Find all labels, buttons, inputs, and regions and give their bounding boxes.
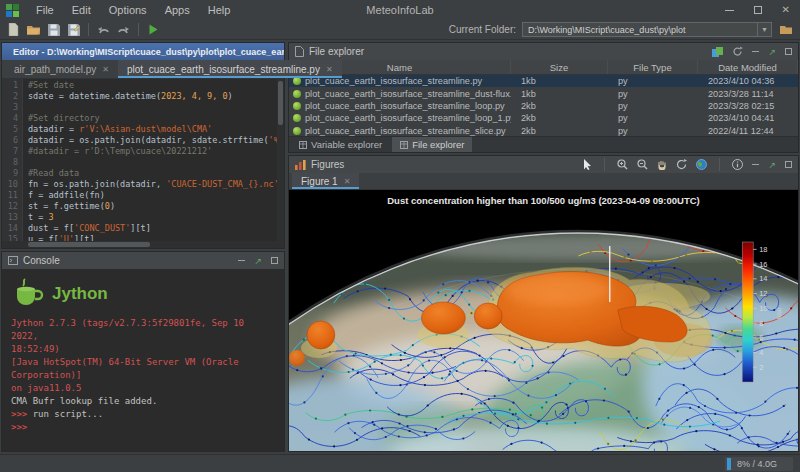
table-row[interactable]: plot_cuace_earth_isosurface_streamline_l…: [289, 112, 798, 124]
chevron-down-icon[interactable]: ▼: [757, 23, 771, 36]
redo-button[interactable]: [115, 22, 132, 38]
memory-bar-icon: [727, 458, 731, 470]
console-title: Console: [23, 255, 60, 266]
tab-file-explorer[interactable]: File explorer: [392, 137, 472, 152]
detach-icon[interactable]: ↗: [254, 256, 262, 266]
code-line: #Read data: [28, 168, 277, 179]
new-file-button[interactable]: [5, 22, 22, 38]
pointer-tool-icon[interactable]: [583, 159, 592, 170]
table-row[interactable]: plot_cuace_earth_isosurface_streamline.p…: [289, 75, 798, 87]
colorbar-unit-label: m/s: [776, 308, 783, 320]
menu-file[interactable]: File: [27, 4, 63, 16]
code-line: #Set directory: [28, 113, 277, 124]
editor-title: Editor - D:\Working\MIScript\cuace_dust\…: [13, 47, 284, 57]
editor-tab-air_path_model.py[interactable]: air_path_model.py✕: [5, 60, 118, 78]
undo-button[interactable]: [95, 22, 112, 38]
tab-figure-1[interactable]: Figure 1 ✕: [292, 173, 359, 189]
maximize-icon[interactable]: [754, 6, 762, 14]
run-script-button[interactable]: [145, 22, 162, 38]
explorer-bottom-tabs: Variable explorerFile explorer: [289, 136, 798, 152]
table-row[interactable]: plot_cuace_earth_isosurface_streamline_l…: [289, 100, 798, 112]
toolbar-separator: [138, 23, 139, 36]
save-button[interactable]: [45, 22, 62, 38]
rotate-tool-icon[interactable]: [676, 159, 687, 170]
maximize-icon[interactable]: [785, 48, 792, 55]
copy-path-icon[interactable]: [712, 47, 723, 57]
console-icon: [8, 256, 18, 265]
console-lines: Jython 2.7.3 (tags/v2.7.3:5f29801fe, Sep…: [11, 317, 275, 434]
right-column: File explorer ↗ NameSizeFile TypeDate Mo…: [288, 42, 799, 452]
table-row[interactable]: plot_cuace_earth_isosurface_streamline_s…: [289, 125, 798, 136]
code-line: #Set date: [28, 80, 277, 91]
minimize-icon[interactable]: [752, 51, 759, 52]
console-panel: Console ↗ Jyt: [1, 251, 285, 452]
zoom-out-icon[interactable]: [637, 159, 648, 170]
menu-edit[interactable]: Edit: [63, 4, 100, 16]
minimize-icon[interactable]: [752, 164, 759, 165]
close-tab-icon[interactable]: ✕: [344, 177, 351, 186]
globe-tool-icon[interactable]: [696, 159, 707, 170]
figures-panel: Figures ↗: [288, 155, 799, 452]
console-output[interactable]: Jython Jython 2.7.3 (tags/v2.7.3:5f29801…: [2, 269, 284, 451]
svg-text:18: 18: [759, 245, 767, 254]
info-icon[interactable]: [732, 159, 743, 170]
detach-icon[interactable]: ↗: [768, 47, 776, 57]
table-row[interactable]: plot_cuace_earth_isosurface_streamline_d…: [289, 87, 798, 99]
file-explorer-title-bar[interactable]: File explorer ↗: [289, 43, 798, 60]
tab-variable-explorer[interactable]: Variable explorer: [291, 137, 390, 152]
pan-hand-icon[interactable]: [657, 159, 667, 170]
menu-help[interactable]: Help: [199, 4, 240, 16]
editor-tabs: air_path_model.py✕plot_cuace_earth_isosu…: [2, 60, 284, 79]
meteoinfolab-window: MeteoInfoLab FileEditOptionsAppsHelp ✕ C…: [0, 0, 800, 472]
svg-text:2: 2: [759, 363, 763, 372]
save-as-button[interactable]: [65, 22, 82, 38]
code-editor[interactable]: 123456789101112131415 #Set datesdate = d…: [2, 79, 284, 241]
file-explorer-panel: File explorer ↗ NameSizeFile TypeDate Mo…: [288, 42, 799, 153]
main-area: Editor - D:\Working\MIScript\cuace_dust\…: [0, 40, 800, 454]
app-logo-icon: [6, 4, 19, 17]
editor-title-bar[interactable]: Editor - D:\Working\MIScript\cuace_dust\…: [2, 43, 284, 60]
current-folder-label: Current Folder:: [449, 24, 516, 35]
memory-indicator[interactable]: 8% / 4.0G: [725, 457, 793, 471]
minimize-icon[interactable]: [725, 10, 734, 11]
toolbar-separator: [88, 23, 89, 36]
close-icon[interactable]: ✕: [782, 5, 790, 15]
close-tab-icon[interactable]: ✕: [326, 65, 333, 74]
minimize-icon[interactable]: [238, 260, 245, 261]
column-header-file-type[interactable]: File Type: [608, 60, 698, 74]
file-table-rows: plot_cuace_earth_isosurface_streamline.p…: [289, 75, 798, 136]
globe-3d-plot[interactable]: 18161412108642 m/s: [289, 190, 798, 451]
menu-bar-items: FileEditOptionsAppsHelp: [27, 4, 239, 16]
figure-tab-label: Figure 1: [301, 176, 338, 187]
figure-canvas[interactable]: Dust concentration higher than 100/500 u…: [289, 190, 798, 451]
editor-horizontal-scrollbar[interactable]: [2, 241, 284, 248]
code-line: datadir = os.path.join(datadir, sdate.st…: [28, 135, 277, 146]
code-line: #datadir = r'D:\Temp\cuace\20221212': [28, 146, 277, 157]
svg-text:14: 14: [759, 274, 767, 283]
console-line: [Java HotSpot(TM) 64-Bit Server VM (Orac…: [11, 356, 275, 382]
current-folder-combobox[interactable]: D:\Working\MIScript\cuace_dust\py\plot ▼: [522, 22, 772, 37]
editor-vertical-scrollbar[interactable]: [277, 79, 284, 241]
refresh-icon[interactable]: [732, 46, 743, 57]
maximize-icon[interactable]: [271, 257, 278, 264]
console-title-bar[interactable]: Console ↗: [2, 252, 284, 269]
close-tab-icon[interactable]: ✕: [102, 65, 109, 74]
code-line: t = 3: [28, 212, 277, 223]
detach-icon[interactable]: ↗: [768, 160, 776, 170]
code-line: f = addfile(fn): [28, 190, 277, 201]
open-folder-button[interactable]: [25, 22, 42, 38]
column-header-size[interactable]: Size: [511, 60, 608, 74]
code-text[interactable]: #Set datesdate = datetime.datetime(2023,…: [23, 79, 277, 241]
figures-title-bar[interactable]: Figures ↗: [289, 156, 798, 173]
menu-options[interactable]: Options: [100, 4, 156, 16]
svg-text:6: 6: [759, 333, 763, 342]
zoom-in-icon[interactable]: [617, 159, 628, 170]
console-line: >>>: [11, 421, 275, 434]
menu-apps[interactable]: Apps: [156, 4, 199, 16]
editor-tab-plot_cuace_earth_isosurface_streamline.py[interactable]: plot_cuace_earth_isosurface_streamline.p…: [118, 60, 342, 78]
maximize-icon[interactable]: [785, 161, 792, 168]
file-table-header[interactable]: NameSizeFile TypeDate Modified: [289, 60, 798, 75]
code-line: dust = f['CONC_DUST'][t]: [28, 223, 277, 234]
column-header-date-modified[interactable]: Date Modified: [698, 60, 798, 74]
browse-folder-button[interactable]: [778, 22, 795, 38]
